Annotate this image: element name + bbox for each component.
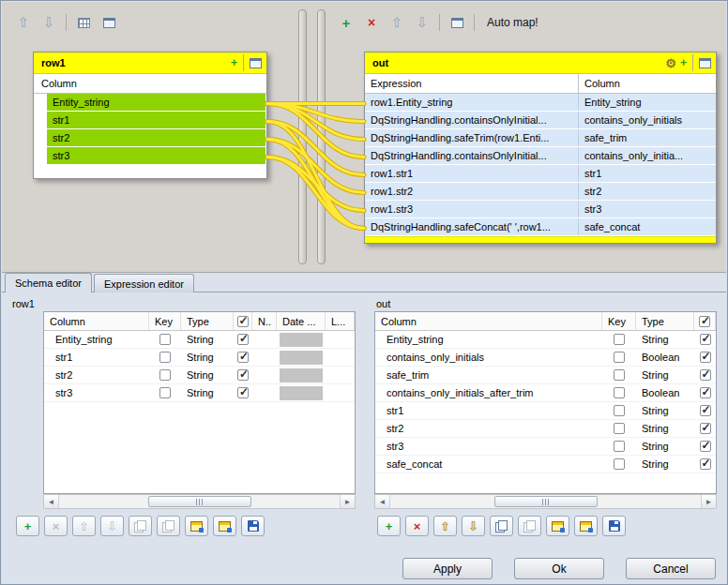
move-down-button[interactable]: ⇩ — [38, 12, 59, 33]
scroll-track[interactable] — [390, 495, 701, 508]
output-row[interactable]: DqStringHandling.safeConcat(' ',row1...s… — [365, 218, 716, 235]
scroll-track[interactable] — [59, 495, 340, 508]
add-column-icon[interactable]: + — [680, 56, 687, 69]
expression-cell[interactable]: DqStringHandling.containsOnlyInitial... — [365, 112, 579, 128]
move-up-button[interactable]: ⇧ — [387, 12, 407, 33]
expression-cell[interactable]: DqStringHandling.safeTrim(row1.Enti... — [365, 129, 579, 146]
move-up-button[interactable]: ⇧ — [72, 516, 96, 536]
key-checkbox[interactable] — [614, 441, 625, 452]
add-column-button[interactable]: + — [16, 516, 39, 536]
copy-button[interactable] — [129, 516, 152, 536]
type-cell[interactable]: String — [636, 367, 694, 383]
scroll-right-arrow-icon[interactable]: ► — [701, 495, 716, 508]
column-name-cell[interactable]: str2 — [44, 367, 149, 383]
scroll-left-arrow-icon[interactable]: ◄ — [375, 495, 390, 508]
export-schema-button[interactable] — [213, 516, 236, 536]
select-all-checkbox[interactable] — [699, 316, 710, 327]
type-cell[interactable]: String — [181, 349, 234, 366]
schema-row[interactable]: safe_trim String — [375, 367, 716, 384]
scroll-left-arrow-icon[interactable]: ◄ — [44, 495, 59, 508]
type-cell[interactable]: String — [636, 456, 694, 472]
nullable-checkbox[interactable] — [700, 369, 711, 381]
move-down-button[interactable]: ⇩ — [412, 12, 432, 33]
remove-column-button[interactable]: × — [405, 516, 429, 536]
nullable-header[interactable]: N.. — [252, 312, 277, 330]
column-name-cell[interactable]: str3 — [375, 438, 602, 455]
key-checkbox[interactable] — [614, 387, 625, 398]
key-header[interactable]: Key — [602, 312, 636, 330]
tab-schema-editor[interactable]: Schema editor — [5, 273, 92, 292]
splitter-bar[interactable] — [298, 9, 307, 264]
schema-row[interactable]: str1 String — [375, 402, 716, 420]
key-checkbox[interactable] — [614, 352, 625, 363]
type-cell[interactable]: Boolean — [636, 384, 694, 401]
output-row[interactable]: row1.str2str2 — [365, 183, 716, 200]
right-horizontal-scrollbar[interactable]: ◄ ► — [374, 494, 717, 509]
expression-cell[interactable]: DqStringHandling.containsOnlyInitial... — [365, 147, 579, 164]
output-table-title-bar[interactable]: out ⚙ + — [365, 52, 716, 74]
scroll-thumb[interactable] — [148, 496, 251, 507]
nullable-checkbox[interactable] — [700, 334, 711, 345]
type-cell[interactable]: String — [181, 384, 234, 401]
nullable-checkbox[interactable] — [700, 458, 711, 470]
expression-cell[interactable]: DqStringHandling.safeConcat(' ',row1... — [365, 218, 579, 235]
column-name-cell[interactable]: Entity_string — [375, 331, 602, 348]
type-header[interactable]: Type — [181, 312, 234, 330]
type-header[interactable]: Type — [636, 312, 694, 330]
nullable-checkbox[interactable] — [700, 352, 711, 363]
add-column-button[interactable]: + — [377, 516, 401, 536]
type-cell[interactable]: String — [181, 367, 234, 383]
output-row[interactable]: DqStringHandling.containsOnlyInitial...c… — [365, 112, 716, 128]
key-checkbox[interactable] — [614, 405, 625, 416]
output-row[interactable]: DqStringHandling.safeTrim(row1.Enti...sa… — [365, 129, 716, 146]
schema-row[interactable]: Entity_string String — [44, 331, 355, 349]
input-row[interactable]: Entity_string — [47, 94, 265, 111]
apply-button[interactable]: Apply — [402, 558, 493, 579]
type-cell[interactable]: Boolean — [636, 349, 694, 366]
select-all-checkbox[interactable] — [237, 316, 249, 327]
schema-row[interactable]: str2 String — [44, 367, 355, 384]
expression-cell[interactable]: row1.str2 — [365, 183, 579, 200]
schema-row[interactable]: str1 String — [44, 349, 355, 367]
nullable-select-all-header[interactable] — [694, 312, 716, 330]
paste-button[interactable] — [157, 516, 180, 536]
remove-column-button[interactable]: × — [44, 516, 68, 536]
add-output-button[interactable]: + — [336, 12, 356, 33]
nullable-checkbox[interactable] — [237, 387, 249, 398]
minimize-window-icon[interactable] — [699, 58, 711, 68]
column-name-cell[interactable]: safe_trim — [375, 367, 602, 383]
cancel-button[interactable]: Cancel — [626, 558, 716, 579]
column-header[interactable]: Column — [375, 312, 602, 330]
type-cell[interactable]: String — [636, 331, 694, 348]
nullable-checkbox[interactable] — [237, 334, 249, 345]
type-cell[interactable]: String — [636, 438, 694, 455]
import-schema-button[interactable] — [185, 516, 208, 536]
import-schema-button[interactable] — [546, 516, 569, 536]
move-up-button[interactable]: ⇧ — [13, 12, 34, 33]
type-cell[interactable]: String — [636, 420, 694, 437]
key-checkbox[interactable] — [159, 387, 171, 398]
key-checkbox[interactable] — [614, 334, 625, 345]
input-row[interactable]: str3 — [47, 147, 265, 164]
scroll-thumb[interactable] — [494, 496, 598, 507]
nullable-checkbox[interactable] — [237, 352, 249, 363]
column-name-cell[interactable]: contains_only_initials — [375, 349, 602, 366]
settings-wrench-icon[interactable]: ⚙ — [665, 56, 676, 70]
schema-row[interactable]: str3 String — [44, 384, 355, 402]
schema-row[interactable]: contains_only_initials_after_trim Boolea… — [375, 384, 716, 402]
column-header[interactable]: Column — [44, 312, 149, 330]
minimize-window-icon[interactable] — [250, 58, 262, 68]
input-row[interactable]: str1 — [47, 112, 265, 128]
date-pattern-header[interactable]: Date ... — [277, 312, 326, 330]
column-name-cell[interactable]: contains_only_initials_after_trim — [375, 384, 602, 401]
column-name-cell[interactable]: str3 — [44, 384, 149, 401]
save-schema-button[interactable] — [241, 516, 265, 536]
tab-expression-editor[interactable]: Expression editor — [94, 274, 194, 292]
key-checkbox[interactable] — [614, 458, 625, 470]
add-column-icon[interactable]: + — [231, 56, 237, 69]
table-view-button[interactable] — [73, 12, 94, 33]
move-down-button[interactable]: ⇩ — [100, 516, 124, 536]
key-checkbox[interactable] — [159, 352, 171, 363]
output-row[interactable]: row1.Entity_stringEntity_string — [365, 94, 716, 111]
schema-row[interactable]: str3 String — [375, 438, 716, 456]
